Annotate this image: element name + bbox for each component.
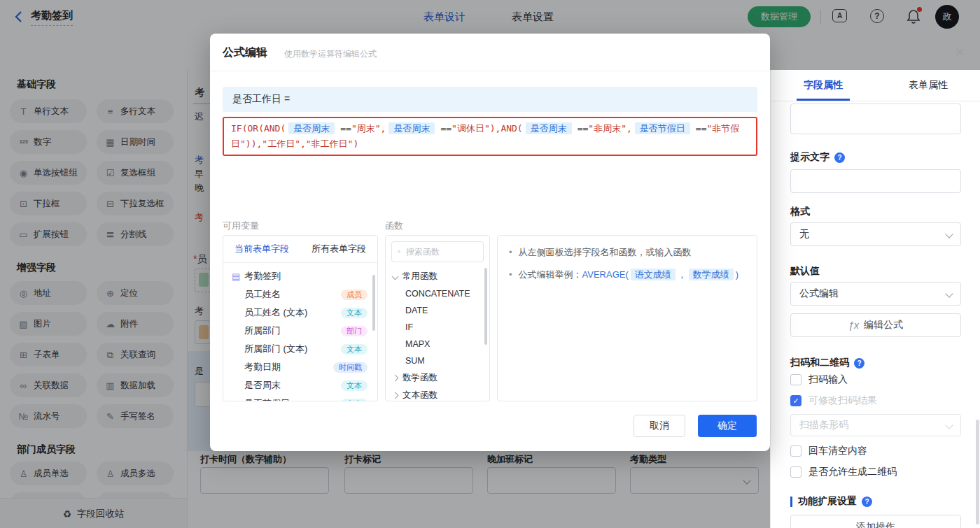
hint-text-input[interactable] — [790, 169, 961, 193]
variable-row[interactable]: 所属部门 (文本)文本 — [223, 340, 377, 358]
close-icon[interactable]: × — [951, 43, 969, 62]
formula-variable[interactable]: 是否周末 — [288, 122, 335, 134]
chevron-right-icon — [392, 375, 399, 382]
default-value-select[interactable]: 公式编辑 — [790, 282, 961, 306]
check-icon: ✓ — [792, 397, 799, 406]
function-item[interactable]: IF — [386, 319, 489, 336]
formula-string: "非周末", — [588, 123, 631, 134]
tip-line: • 从左侧面板选择字段名和函数，或输入函数 — [509, 245, 746, 259]
formula-operator: == — [440, 123, 451, 134]
checkbox-modify-scan[interactable]: ✓ 可修改扫码结果 — [790, 394, 877, 407]
checkbox-allow-qrcode[interactable]: 是否允许生成二维码 — [790, 466, 897, 478]
variable-row[interactable]: 是否节假日文本 — [223, 394, 377, 401]
chevron-down-icon — [392, 273, 399, 280]
formula-operator: == — [578, 123, 589, 134]
field-type-tag: 文本 — [341, 399, 368, 402]
formula-variable[interactable]: 是否周末 — [526, 122, 572, 134]
variable-row[interactable]: 考勤日期时间戳 — [223, 358, 377, 376]
search-input[interactable] — [405, 246, 477, 257]
hint-text-label: 提示文字? — [790, 151, 845, 164]
function-item[interactable]: MAPX — [386, 336, 489, 352]
function-group-text[interactable]: 文本函数 — [386, 387, 489, 401]
document-icon: ▤ — [232, 271, 240, 282]
field-type-tag: 文本 — [341, 380, 368, 391]
field-type-tag: 文本 — [341, 308, 368, 318]
modal-subtitle: 使用数学运算符编辑公式 — [284, 48, 377, 60]
extension-section-title: 功能扩展设置? — [790, 495, 872, 508]
cancel-button[interactable]: 取消 — [634, 415, 685, 437]
chevron-down-icon — [945, 421, 953, 429]
tab-current-form-fields[interactable]: 当前表单字段 — [223, 243, 300, 255]
scan-type-select[interactable]: 扫描条形码 — [790, 414, 961, 436]
field-type-tag: 文本 — [341, 344, 368, 355]
tips-panel: • 从左侧面板选择字段名和函数，或输入函数 • 公式编辑举例：AVERAGE(语… — [497, 235, 757, 401]
app-root: 考勤签到 表单设计 表单设置 数据管理 A ? 政 ⊘ 表单外链 / 后端脚本 … — [0, 0, 980, 528]
format-select[interactable]: 无 — [790, 222, 961, 246]
checkbox-unchecked[interactable] — [790, 374, 802, 385]
tab-field-properties[interactable]: 字段属性 — [771, 70, 876, 101]
checkbox-unchecked[interactable] — [790, 445, 802, 457]
checkbox-checked[interactable]: ✓ — [790, 395, 802, 406]
variables-label: 可用变量 — [223, 220, 259, 232]
formula-keyword: IF(OR(AND( — [231, 123, 286, 134]
search-icon — [398, 248, 400, 256]
tab-all-form-fields[interactable]: 所有表单字段 — [300, 243, 377, 255]
variables-panel: 当前表单字段 所有表单字段 ▤ 考勤签到 员工姓名成员 员工姓名 (文本)文本 … — [223, 235, 378, 401]
formula-input[interactable]: IF(OR(AND(是否周末=="周末",是否周末=="调休日"),AND(是否… — [223, 117, 757, 156]
property-panel: 字段属性 表单属性 提示文字? 格式 无 默认值 公式编辑 ƒx 编辑公式 扫码… — [770, 70, 980, 528]
functions-scrollbar[interactable] — [484, 268, 487, 345]
variables-scrollbar[interactable] — [372, 275, 375, 331]
tab-form-properties[interactable]: 表单属性 — [876, 70, 980, 101]
question-icon[interactable]: ? — [834, 152, 845, 163]
formula-variable[interactable]: 是否周末 — [388, 122, 435, 134]
format-label: 格式 — [790, 206, 810, 218]
formula-string: "周末", — [351, 123, 386, 134]
default-value-label: 默认值 — [790, 265, 820, 278]
description-textarea[interactable] — [790, 104, 961, 134]
checkbox-enter-clear[interactable]: 回车清空内容 — [790, 445, 867, 457]
question-icon[interactable]: ? — [854, 358, 864, 369]
panel-scrollbar[interactable] — [976, 420, 979, 525]
functions-label: 函数 — [385, 220, 403, 232]
field-type-tag: 成员 — [341, 290, 368, 300]
variable-row[interactable]: 所属部门部门 — [223, 322, 377, 340]
variables-tabs: 当前表单字段 所有表单字段 — [223, 236, 377, 263]
panel-tabs: 字段属性 表单属性 — [771, 70, 980, 101]
scan-section-title: 扫码和二维码? — [790, 357, 864, 369]
variable-row[interactable]: 员工姓名成员 — [223, 285, 377, 304]
formula-operator: == — [696, 123, 707, 134]
checkbox-unchecked[interactable] — [790, 466, 802, 478]
functions-panel: 常用函数 CONCATENATE DATE IF MAPX SUM 数学函数 文… — [385, 235, 490, 401]
example-variable-pill: 语文成绩 — [631, 269, 676, 280]
modal-header: 公式编辑 使用数学运算符编辑公式 × — [210, 34, 770, 71]
example-variable-pill: 数学成绩 — [689, 269, 734, 280]
add-action-button[interactable]: 添加操作 — [790, 515, 961, 528]
edit-formula-button[interactable]: ƒx 编辑公式 — [790, 313, 961, 337]
formula-variable[interactable]: 是否节假日 — [635, 122, 690, 134]
variable-row[interactable]: 是否周末文本 — [223, 376, 377, 394]
chevron-down-icon — [945, 230, 953, 238]
formula-editor-modal: 公式编辑 使用数学运算符编辑公式 × 是否工作日 = IF(OR(AND(是否周… — [210, 34, 770, 451]
function-item[interactable]: SUM — [386, 352, 489, 369]
checkbox-scan-input[interactable]: 扫码输入 — [790, 373, 848, 386]
function-search[interactable] — [391, 241, 484, 262]
variable-row[interactable]: 员工姓名 (文本)文本 — [223, 304, 377, 322]
modal-title: 公式编辑 — [223, 45, 267, 60]
formula-target-bar: 是否工作日 = — [223, 87, 757, 112]
variable-form-node[interactable]: ▤ 考勤签到 — [223, 267, 377, 285]
chevron-right-icon — [392, 392, 399, 399]
field-type-tag: 时间戳 — [333, 362, 368, 373]
formula-operator: == — [340, 123, 351, 134]
function-group-common[interactable]: 常用函数 — [386, 268, 489, 285]
formula-string: "调休日"),AND( — [451, 123, 523, 134]
function-group-math[interactable]: 数学函数 — [386, 369, 489, 387]
function-item[interactable]: DATE — [386, 302, 489, 319]
question-icon[interactable]: ? — [862, 497, 872, 507]
confirm-button[interactable]: 确定 — [698, 415, 757, 437]
tip-line-example: • 公式编辑举例：AVERAGE(语文成绩，数学成绩) — [509, 268, 746, 282]
fx-icon: ƒx — [848, 320, 859, 331]
function-item[interactable]: CONCATENATE — [386, 285, 489, 302]
field-type-tag: 部门 — [341, 326, 368, 336]
chevron-down-icon — [945, 290, 953, 297]
section-accent-bar — [790, 497, 792, 507]
